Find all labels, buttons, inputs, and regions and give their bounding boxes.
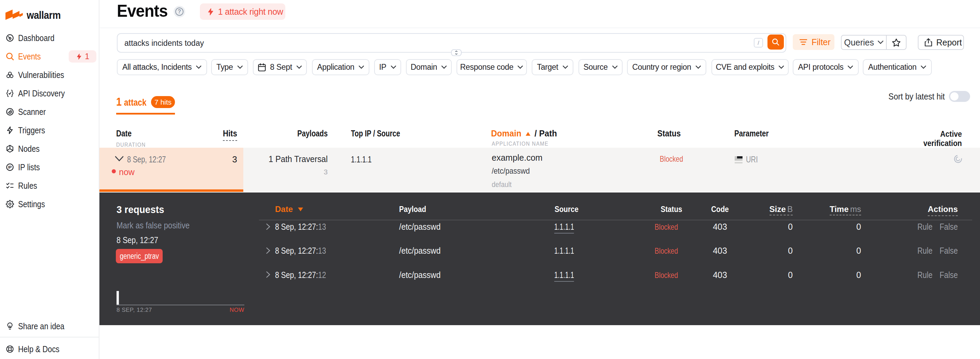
svg-text:IP: IP [8, 165, 12, 169]
